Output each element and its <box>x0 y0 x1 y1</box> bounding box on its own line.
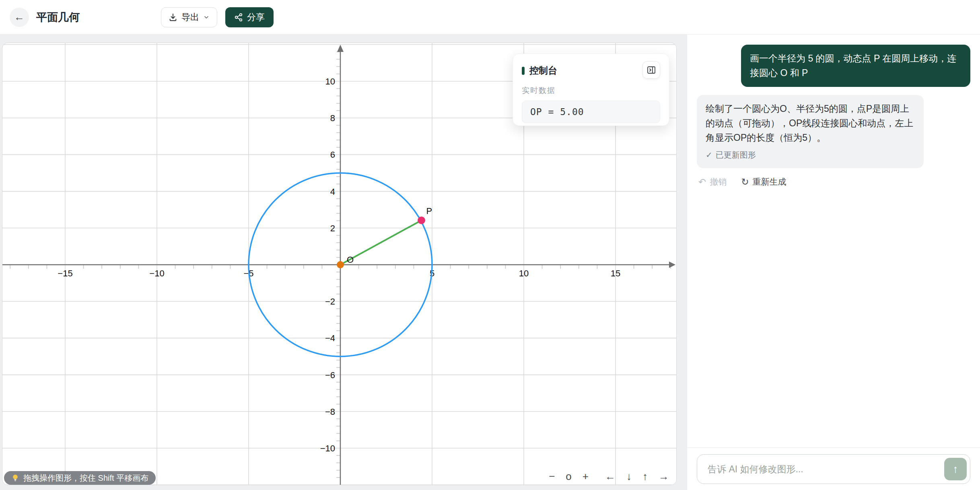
canvas-hint: 拖拽操作图形，按住 Shift 平移画布 <box>4 471 156 485</box>
x-axis-label: −10 <box>149 268 164 278</box>
assistant-message: 绘制了一个圆心为O、半径为5的圆，点P是圆周上的动点（可拖动），OP线段连接圆心… <box>697 95 924 168</box>
chat-panel: 画一个半径为 5 的圆，动态点 P 在圆周上移动，连接圆心 O 和 P 绘制了一… <box>687 35 980 490</box>
share-button[interactable]: 分享 <box>225 7 274 27</box>
zoom-out-button[interactable]: − <box>549 471 555 482</box>
y-axis-label: 10 <box>325 76 335 86</box>
undo-icon: ↶ <box>698 177 706 187</box>
y-axis-label: 4 <box>330 187 335 197</box>
share-icon <box>234 13 243 22</box>
y-axis-label: −2 <box>325 296 335 307</box>
canvas-hint-text: 拖拽操作图形，按住 Shift 平移画布 <box>23 473 148 484</box>
pan-up-button[interactable]: ↑ <box>642 471 648 482</box>
export-label: 导出 <box>181 11 199 23</box>
x-axis-label: 10 <box>519 268 529 278</box>
y-axis-label: −8 <box>325 407 335 417</box>
geometry-canvas[interactable]: −15−10−551015108642−2−4−6−8−10OP 控制台 实时数… <box>2 43 677 485</box>
point-O[interactable] <box>337 261 344 268</box>
app-root: ← 平面几何 导出 <box>0 0 980 490</box>
x-axis-arrow <box>669 261 675 268</box>
plot-nav-controls: − o + ← ↓ ↑ → <box>549 471 669 482</box>
chat-messages: 画一个半径为 5 的圆，动态点 P 在圆周上移动，连接圆心 O 和 P 绘制了一… <box>687 35 980 447</box>
check-icon: ✓ <box>706 149 712 161</box>
zoom-reset-button[interactable]: o <box>566 471 571 482</box>
arrow-left-icon: ← <box>14 11 25 23</box>
console-panel: 控制台 实时数据 OP = 5.00 <box>513 54 669 126</box>
y-axis-label: 6 <box>330 150 335 160</box>
y-axis-label: 8 <box>330 113 335 123</box>
undo-label: 撤销 <box>710 176 727 187</box>
zoom-in-button[interactable]: + <box>583 471 589 482</box>
update-status: ✓ 已更新图形 <box>706 149 915 161</box>
panel-collapse-icon <box>646 65 656 75</box>
lightbulb-icon <box>11 474 19 482</box>
regenerate-icon: ↻ <box>741 177 749 187</box>
live-data-value: OP = 5.00 <box>522 101 660 123</box>
collapse-panel-button[interactable] <box>642 61 660 79</box>
send-button[interactable]: ↑ <box>944 458 967 480</box>
chat-input[interactable] <box>697 454 970 484</box>
chat-input-bar: ↑ <box>687 447 980 490</box>
back-button[interactable]: ← <box>10 8 29 27</box>
pan-down-button[interactable]: ↓ <box>626 471 632 482</box>
header: ← 平面几何 导出 <box>0 0 980 35</box>
x-axis-label: 15 <box>611 268 620 278</box>
regenerate-label: 重新生成 <box>753 176 786 187</box>
point-label-P: P <box>426 206 432 216</box>
update-status-text: 已更新图形 <box>716 149 756 161</box>
regenerate-button[interactable]: ↻ 重新生成 <box>741 176 786 187</box>
y-axis-label: −10 <box>320 443 335 453</box>
pan-left-button[interactable]: ← <box>605 471 616 482</box>
x-axis-label: −15 <box>58 268 72 278</box>
y-axis-arrow <box>337 45 344 52</box>
download-icon <box>169 13 177 22</box>
page-title: 平面几何 <box>36 10 80 25</box>
point-label-O: O <box>347 255 354 265</box>
console-title: 控制台 <box>529 64 557 77</box>
export-button[interactable]: 导出 <box>161 7 217 27</box>
assistant-message-text: 绘制了一个圆心为O、半径为5的圆，点P是圆周上的动点（可拖动），OP线段连接圆心… <box>706 102 915 145</box>
arrow-up-icon: ↑ <box>953 463 958 475</box>
pan-right-button[interactable]: → <box>659 471 669 482</box>
y-axis-label: −4 <box>325 333 335 343</box>
undo-button[interactable]: ↶ 撤销 <box>698 176 727 187</box>
share-label: 分享 <box>247 11 265 23</box>
console-accent-bar <box>522 67 525 75</box>
y-axis-label: −6 <box>325 370 335 380</box>
y-axis-label: 2 <box>330 223 335 233</box>
message-actions: ↶ 撤销 ↻ 重新生成 <box>697 176 970 187</box>
live-data-label: 实时数据 <box>522 85 660 96</box>
chevron-down-icon <box>203 14 210 21</box>
header-actions: 导出 分享 <box>161 7 274 27</box>
point-P[interactable] <box>418 216 425 224</box>
user-message: 画一个半径为 5 的圆，动态点 P 在圆周上移动，连接圆心 O 和 P <box>741 45 970 87</box>
